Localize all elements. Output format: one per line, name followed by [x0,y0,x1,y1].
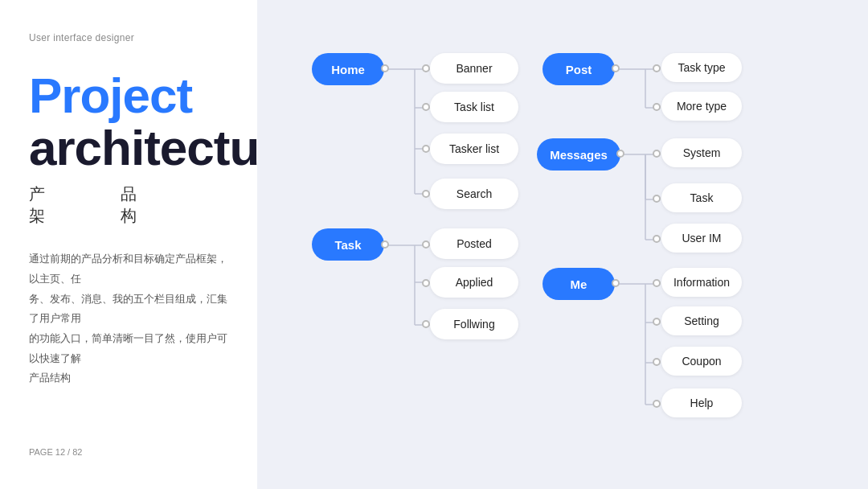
title-project: Project [29,69,228,121]
node-information[interactable]: Information [661,268,742,297]
dot-taskerlist-left [422,145,430,153]
node-posted[interactable]: Posted [430,228,518,259]
dot-task2-left [653,195,661,203]
left-panel: User interface designer Project architec… [0,0,257,489]
node-post[interactable]: Post [542,53,615,85]
node-task-list[interactable]: Task list [430,92,518,122]
node-banner[interactable]: Banner [430,53,518,84]
dot-messages-right [616,150,624,158]
dot-system-left [653,150,661,158]
node-user-im[interactable]: User IM [661,224,742,253]
node-task-tertiary[interactable]: Task [661,183,742,212]
node-follwing[interactable]: Follwing [430,309,518,339]
dot-tasklist-left [422,103,430,111]
right-panel: Home Task Post Messages Me Banner Task l… [257,0,868,489]
node-tasker-list[interactable]: Tasker list [430,134,518,164]
title-architecture: architecture [29,121,228,174]
node-applied[interactable]: Applied [430,267,518,298]
dot-me-right [612,279,620,287]
dot-coupon-left [653,358,661,366]
dot-info-left [653,279,661,287]
dot-userim-left [653,235,661,243]
dot-home-right [381,64,389,72]
node-home[interactable]: Home [312,53,384,85]
dot-banner-left [422,64,430,72]
node-task[interactable]: Task [312,228,384,261]
dot-search-left [422,190,430,198]
description: 通过前期的产品分析和目标确定产品框架，以主页、任务、发布、消息、我的五个栏目组成… [29,249,228,388]
node-messages[interactable]: Messages [537,138,620,171]
dot-moretype-left [653,103,661,111]
dot-help-left [653,400,661,408]
node-search[interactable]: Search [430,179,518,209]
dot-task-right [381,240,389,249]
node-coupon[interactable]: Coupon [661,347,742,376]
node-me[interactable]: Me [542,268,615,300]
node-more-type[interactable]: More type [661,92,742,121]
dot-applied-left [422,279,430,287]
dot-posted-left [422,240,430,249]
node-setting[interactable]: Setting [661,306,742,335]
node-system[interactable]: System [661,138,742,167]
dot-post-right [612,64,620,72]
page-number: PAGE 12 / 82 [29,447,228,457]
designer-label: User interface designer [29,32,228,43]
dot-follwing-left [422,320,430,328]
dot-setting-left [653,318,661,326]
subtitle-cn: 产 品 架 构 [29,183,228,227]
node-task-type[interactable]: Task type [661,53,742,82]
dot-tasktype-left [653,64,661,72]
node-help[interactable]: Help [661,388,742,417]
